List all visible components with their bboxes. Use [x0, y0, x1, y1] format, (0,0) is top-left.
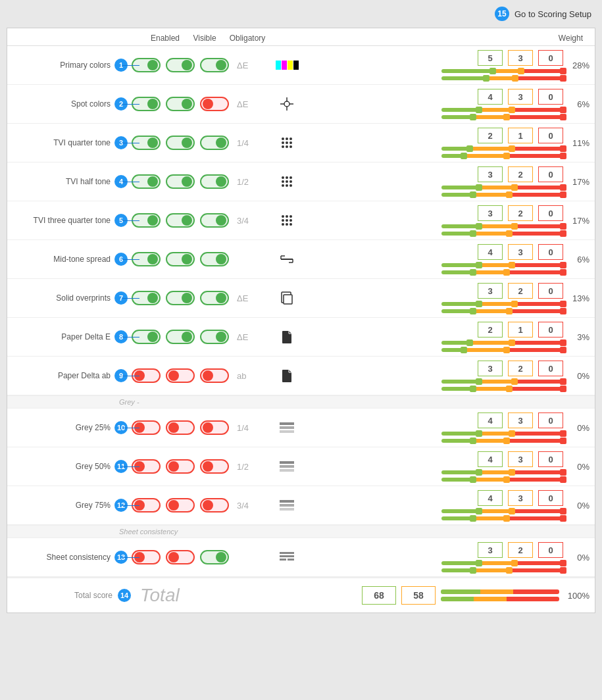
- table-row: Spot colors2ΔE430 6%: [7, 85, 595, 124]
- go-scoring-button[interactable]: Go to Scoring Setup: [514, 9, 591, 19]
- row-icon: [276, 132, 297, 153]
- toggles-area: 1/2: [132, 174, 276, 189]
- score-orange[interactable]: 2: [508, 542, 533, 558]
- score-orange[interactable]: 1: [508, 322, 533, 338]
- score-orange[interactable]: 3: [508, 413, 533, 428]
- row-weight: 11%: [563, 138, 589, 148]
- svg-point-16: [289, 176, 292, 179]
- score-orange[interactable]: 3: [508, 89, 533, 105]
- toggle-off[interactable]: [166, 498, 195, 512]
- score-orange[interactable]: 2: [508, 205, 533, 221]
- score-orange[interactable]: 2: [508, 166, 533, 182]
- toggle-off[interactable]: [200, 420, 229, 435]
- toggle-on[interactable]: [200, 213, 229, 228]
- toggle-off[interactable]: [200, 459, 229, 474]
- score-red[interactable]: 0: [538, 128, 563, 143]
- row-label: Grey 25%: [13, 423, 114, 432]
- score-green[interactable]: 4: [478, 244, 503, 260]
- row-icon: [276, 326, 297, 347]
- toggle-on[interactable]: [200, 174, 229, 189]
- toggles-area: ΔE: [132, 97, 276, 111]
- score-red[interactable]: 0: [538, 361, 563, 376]
- score-red[interactable]: 0: [538, 166, 563, 182]
- score-green[interactable]: 5: [478, 50, 503, 66]
- svg-rect-49: [280, 555, 294, 557]
- score-red[interactable]: 0: [538, 205, 563, 221]
- score-green[interactable]: 3: [478, 205, 503, 221]
- svg-rect-48: [280, 552, 294, 554]
- score-orange[interactable]: 3: [508, 244, 533, 260]
- score-green[interactable]: 4: [478, 490, 503, 506]
- svg-point-20: [282, 184, 284, 187]
- svg-rect-44: [280, 469, 294, 472]
- score-orange[interactable]: 3: [508, 490, 533, 506]
- toggle-off[interactable]: [200, 368, 229, 383]
- toggle-on[interactable]: [166, 213, 195, 228]
- score-red[interactable]: 0: [538, 50, 563, 66]
- score-orange[interactable]: 1: [508, 128, 533, 143]
- toggle-on[interactable]: [200, 330, 229, 344]
- toggle-on[interactable]: [200, 550, 229, 564]
- score-red[interactable]: 0: [538, 283, 563, 299]
- toggle-on[interactable]: [200, 136, 229, 150]
- svg-point-28: [289, 219, 292, 222]
- header-obligatory: Obligatory: [224, 34, 270, 43]
- scores-area: 430: [441, 451, 563, 482]
- score-red[interactable]: 0: [538, 244, 563, 260]
- score-orange[interactable]: 3: [508, 50, 533, 66]
- metric-label: ΔE: [237, 293, 255, 303]
- toggle-off[interactable]: [200, 498, 229, 512]
- score-orange[interactable]: 3: [508, 451, 533, 467]
- score-red[interactable]: 0: [538, 322, 563, 338]
- svg-point-30: [286, 223, 288, 226]
- row-weight: 0%: [563, 371, 589, 381]
- score-red[interactable]: 0: [538, 451, 563, 467]
- toggle-on[interactable]: [166, 330, 195, 344]
- toggle-off[interactable]: [166, 420, 195, 435]
- score-red[interactable]: 0: [538, 490, 563, 506]
- row-weight: 0%: [563, 553, 589, 562]
- toggle-off[interactable]: [166, 550, 195, 564]
- total-weight: 100%: [562, 591, 589, 601]
- toggle-on[interactable]: [200, 252, 229, 266]
- score-red[interactable]: 0: [538, 542, 563, 558]
- score-red[interactable]: 0: [538, 413, 563, 428]
- row-weight: 17%: [563, 216, 589, 226]
- svg-point-5: [282, 138, 284, 140]
- header-weight: Weight: [559, 34, 589, 43]
- toggle-on[interactable]: [166, 58, 195, 72]
- score-green[interactable]: 2: [478, 128, 503, 143]
- svg-point-23: [282, 215, 284, 218]
- score-green[interactable]: 3: [478, 361, 503, 376]
- score-green[interactable]: 4: [478, 413, 503, 428]
- toggle-on[interactable]: [166, 97, 195, 111]
- scores-area: 320: [441, 166, 563, 197]
- toggle-on[interactable]: [166, 291, 195, 305]
- toggle-off[interactable]: [166, 459, 195, 474]
- score-orange[interactable]: 2: [508, 283, 533, 299]
- row-label: Grey 75%: [13, 501, 114, 510]
- top-bar: 15 Go to Scoring Setup: [0, 0, 602, 28]
- score-green[interactable]: 3: [478, 283, 503, 299]
- row-label: TVI half tone: [13, 177, 114, 186]
- toggle-on[interactable]: [166, 174, 195, 189]
- score-green[interactable]: 3: [478, 166, 503, 182]
- toggle-off[interactable]: [166, 368, 195, 383]
- score-green[interactable]: 3: [478, 542, 503, 558]
- scores-area: 430: [441, 89, 563, 119]
- toggle-off[interactable]: [200, 97, 229, 111]
- toggle-on[interactable]: [200, 58, 229, 72]
- toggle-on[interactable]: [166, 252, 195, 266]
- score-green[interactable]: 4: [478, 89, 503, 105]
- score-orange[interactable]: 2: [508, 361, 533, 376]
- sheet-section-header: Sheet consistency: [7, 525, 595, 538]
- score-red[interactable]: 0: [538, 89, 563, 105]
- score-green[interactable]: 2: [478, 322, 503, 338]
- toggles-area: 1/4: [132, 136, 276, 150]
- score-green[interactable]: 4: [478, 451, 503, 467]
- svg-point-17: [282, 180, 284, 183]
- main-panel: Enabled Visible Obligatory Weight Primar…: [7, 28, 595, 613]
- metric-label: 1/4: [237, 423, 255, 433]
- toggle-on[interactable]: [200, 291, 229, 305]
- toggle-on[interactable]: [166, 136, 195, 150]
